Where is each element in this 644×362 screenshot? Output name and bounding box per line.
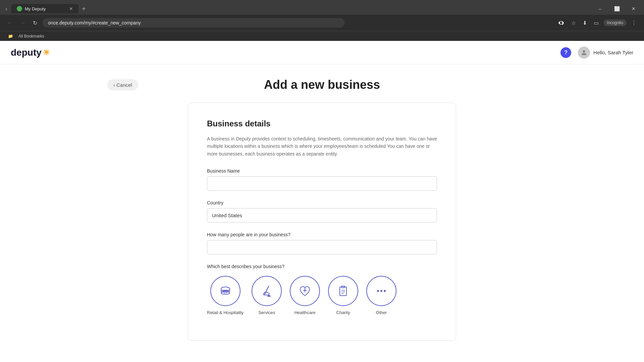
page-title: Add a new business [0,78,644,92]
retail-hospitality-icon [210,276,240,306]
browser-address-bar: ← → ↻ 👁️‍🗨️ ☆ ⬇ ▭ Incognito ⋮ [0,15,644,31]
cancel-chevron-icon: ‹ [113,82,115,88]
browser-tab[interactable]: My Deputy ✕ [11,4,78,13]
svg-point-13 [384,290,386,292]
close-button[interactable]: ✕ [626,1,641,16]
reload-button[interactable]: ↻ [31,18,39,27]
cancel-label: Cancel [116,82,132,88]
maximize-button[interactable]: ⬜ [609,1,625,16]
window-controls: – ⬜ ✕ [592,1,641,16]
business-type-group: Which best describes your business? [207,264,437,315]
bookmark-star-icon[interactable]: ☆ [569,18,578,27]
eye-slash-icon[interactable]: 👁️‍🗨️ [556,18,567,27]
incognito-badge[interactable]: Incognito [603,19,627,26]
business-name-label: Business Name [207,168,437,174]
svg-point-12 [380,290,382,292]
help-button[interactable]: ? [560,47,571,58]
other-label: Other [376,310,387,315]
tab-scroll-back[interactable]: ‹ [3,4,10,14]
tab-title: My Deputy [25,6,46,11]
business-type-retail-hospitality[interactable]: Retail & Hospitality [207,276,244,315]
user-info[interactable]: Hello, Sarah Tyler [578,47,633,59]
country-input[interactable] [207,208,437,223]
page-content: ‹ Cancel Add a new business Business det… [0,64,644,354]
app-wrapper: deputy ✳ ? Hello, Sarah Tyler ‹ Cancel A… [0,41,644,355]
services-icon [252,276,282,306]
more-menu-icon[interactable]: ⋮ [629,18,639,27]
forward-button[interactable]: → [18,18,28,27]
business-type-charity[interactable]: Charity [328,276,358,315]
people-count-label: How many people are in your business? [207,232,437,237]
bookmarks-folder-icon[interactable]: 📁 [5,33,16,39]
back-button[interactable]: ← [5,18,15,27]
browser-chrome: ‹ My Deputy ✕ + – ⬜ ✕ ← → ↻ 👁️‍🗨️ ☆ ⬇ ▭ … [0,0,644,41]
form-card: Business details A business in Deputy pr… [188,103,456,341]
people-count-input[interactable] [207,240,437,254]
new-tab-button[interactable]: + [78,4,89,14]
svg-point-11 [377,290,379,292]
services-label: Services [258,310,275,315]
logo-asterisk-icon: ✳ [43,48,50,57]
cancel-button[interactable]: ‹ Cancel [107,79,138,90]
logo-text: deputy [11,47,42,58]
tab-close-button[interactable]: ✕ [69,6,73,11]
form-description: A business in Deputy provides context to… [207,135,437,158]
charity-icon [328,276,358,306]
business-type-other[interactable]: Other [366,276,396,315]
avatar [578,47,590,59]
deputy-logo[interactable]: deputy ✳ [11,47,50,58]
healthcare-label: Healthcare [294,310,316,315]
address-input[interactable] [43,18,344,27]
country-group: Country [207,200,437,223]
healthcare-icon [290,276,320,306]
bookmarks-bar: 📁 All Bookmarks [0,31,644,41]
download-icon[interactable]: ⬇ [581,18,589,27]
minimize-button[interactable]: – [592,1,608,16]
country-label: Country [207,200,437,205]
svg-rect-6 [340,287,346,296]
business-type-label: Which best describes your business? [207,264,437,269]
all-bookmarks-label[interactable]: All Bookmarks [16,33,47,39]
retail-hospitality-label: Retail & Hospitality [207,310,244,315]
header-right: ? Hello, Sarah Tyler [560,47,633,59]
business-type-options: Retail & Hospitality Servi [207,276,437,315]
browser-icons: 👁️‍🗨️ ☆ ⬇ ▭ Incognito ⋮ [556,18,639,27]
browser-tab-bar: ‹ My Deputy ✕ + – ⬜ ✕ [0,0,644,15]
app-header: deputy ✳ ? Hello, Sarah Tyler [0,41,644,64]
charity-label: Charity [336,310,350,315]
cast-icon[interactable]: ▭ [592,18,601,27]
people-count-group: How many people are in your business? [207,232,437,254]
business-type-healthcare[interactable]: Healthcare [290,276,320,315]
form-section-title: Business details [207,119,437,128]
other-icon [366,276,396,306]
svg-point-0 [583,50,585,52]
tab-favicon [17,6,22,11]
business-name-input[interactable] [207,176,437,191]
page-title-area: ‹ Cancel Add a new business [0,78,644,92]
business-name-group: Business Name [207,168,437,191]
business-type-services[interactable]: Services [252,276,282,315]
user-name-label: Hello, Sarah Tyler [593,50,633,55]
